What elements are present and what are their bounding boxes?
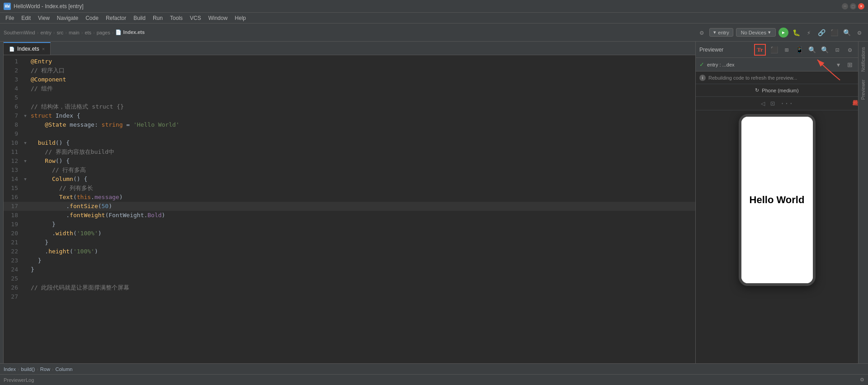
breadcrumb-main[interactable]: main bbox=[69, 30, 80, 35]
status-build[interactable]: build() bbox=[21, 366, 35, 372]
menu-help[interactable]: Help bbox=[231, 14, 250, 22]
table-row: 2 // 程序入口 bbox=[4, 66, 695, 75]
window-controls: − □ × bbox=[842, 3, 864, 10]
table-row: 14 ▼ Column() { bbox=[4, 175, 695, 184]
bottom-bar: Index › build() › Row › Column bbox=[0, 363, 868, 374]
attach-icon[interactable]: 🔗 bbox=[816, 28, 826, 38]
fit-icon[interactable]: ⊡ bbox=[833, 45, 842, 54]
table-row: 6 // 结构体，语法格式 struct {} bbox=[4, 102, 695, 111]
zoom-in-icon[interactable]: 🔍 bbox=[807, 45, 816, 54]
table-row: 13 // 行有多高 bbox=[4, 166, 695, 175]
run-button[interactable]: ▶ bbox=[778, 28, 788, 38]
file-icon: 📄 bbox=[9, 47, 14, 52]
previewer-title: Previewer bbox=[699, 47, 750, 53]
breadcrumb-file[interactable]: 📄 Index.ets bbox=[115, 29, 145, 35]
toolbar: SouthernWind › entry › src › main › ets … bbox=[0, 24, 868, 42]
table-row: 15 // 列有多长 bbox=[4, 184, 695, 193]
prev-settings-icon[interactable]: ⚙ bbox=[845, 45, 854, 54]
search-icon[interactable]: 🔍 bbox=[842, 28, 852, 38]
more-options-icon[interactable]: ··· bbox=[780, 99, 793, 108]
table-row: 5 bbox=[4, 93, 695, 102]
close-button[interactable]: × bbox=[858, 3, 864, 10]
code-body: 1 @Entry 2 // 程序入口 3 @Component bbox=[4, 55, 695, 363]
menu-vcs[interactable]: VCS bbox=[186, 14, 205, 22]
menu-run[interactable]: Run bbox=[149, 14, 166, 22]
breadcrumb-pages[interactable]: pages bbox=[97, 30, 110, 35]
previewer-log-bar: PreviewerLog ⚙ bbox=[0, 374, 868, 385]
check-icon: ✓ bbox=[699, 61, 704, 68]
code-editor[interactable]: 1 @Entry 2 // 程序入口 3 @Component bbox=[4, 55, 695, 363]
status-column[interactable]: Column bbox=[56, 366, 73, 372]
table-row: 26 // 此段代码就是让界面撑满整个屏幕 bbox=[4, 283, 695, 292]
menu-navigate[interactable]: Navigate bbox=[53, 14, 82, 22]
tab-index-ets[interactable]: 📄 Index.ets × bbox=[4, 42, 51, 55]
table-row: 7 ▼ struct Index { bbox=[4, 111, 695, 120]
translate-button[interactable]: Tr bbox=[754, 44, 766, 56]
gear-icon[interactable]: ⚙ bbox=[854, 28, 864, 38]
profile-icon[interactable]: ⚡ bbox=[804, 28, 814, 38]
tab-close-button[interactable]: × bbox=[42, 46, 45, 52]
dual-screen-icon[interactable]: ⊡ bbox=[770, 99, 775, 108]
previewer-log-label[interactable]: PreviewerLog bbox=[4, 377, 34, 383]
menu-bar: File Edit View Navigate Code Refactor Bu… bbox=[0, 13, 868, 24]
breadcrumb-southernwind[interactable]: SouthernWind bbox=[4, 30, 35, 35]
previewer-header: Previewer Tr ⬛ ⊞ 📱 🔍 🔍 ⊡ ⚙ bbox=[696, 42, 858, 58]
phone-icon[interactable]: 📱 bbox=[795, 45, 804, 54]
table-row: 25 bbox=[4, 274, 695, 283]
previewer-controls: ◁ ⊡ ··· bbox=[696, 97, 858, 110]
entry-layout-icon[interactable]: ⊞ bbox=[845, 60, 854, 69]
table-row: 11 // 界面内容放在build中 bbox=[4, 147, 695, 157]
table-row: 24 } bbox=[4, 265, 695, 274]
entry-selector[interactable]: ▾ entry bbox=[709, 28, 733, 37]
table-row: 4 // 组件 bbox=[4, 84, 695, 93]
breadcrumb-src[interactable]: src bbox=[57, 30, 64, 35]
zoom-out-icon[interactable]: 🔍 bbox=[820, 45, 829, 54]
title-bar-left: HW HelloWorld - Index.ets [entry] bbox=[4, 3, 84, 10]
sidebar-right-previewer[interactable]: Previewer bbox=[860, 76, 867, 103]
sidebar-right-notifications[interactable]: Notifications bbox=[860, 43, 867, 75]
previewer-entry-bar: ✓ entry : ...dex ▾ ⊞ bbox=[696, 58, 858, 71]
menu-file[interactable]: File bbox=[2, 14, 18, 22]
rebuild-message: Rebuilding code to refresh the preview..… bbox=[708, 75, 797, 81]
menu-view[interactable]: View bbox=[34, 14, 53, 22]
settings-icon[interactable]: ⚙ bbox=[697, 28, 707, 38]
status-breadcrumb: Index › build() › Row › Column bbox=[4, 366, 72, 372]
debug-icon[interactable]: 🐛 bbox=[791, 28, 801, 38]
tab-label: Index.ets bbox=[17, 46, 39, 52]
table-row: 19 } bbox=[4, 220, 695, 229]
phone-name[interactable]: Phone (medium) bbox=[762, 88, 798, 93]
table-row: 9 bbox=[4, 129, 695, 138]
tabs-bar: 📄 Index.ets × bbox=[4, 42, 695, 55]
device-selector[interactable]: No Devices ▾ bbox=[736, 28, 776, 37]
sync-icon: ↻ bbox=[755, 87, 759, 93]
inspector-icon[interactable]: ⬛ bbox=[769, 45, 778, 54]
table-row: 23 } bbox=[4, 256, 695, 265]
stop-icon[interactable]: ⬛ bbox=[829, 28, 839, 38]
phone-selector: ↻ Phone (medium) bbox=[696, 84, 858, 97]
table-row: 18 .fontWeight(FontWeight.Bold) bbox=[4, 211, 695, 220]
table-row: 16 Text(this.message) bbox=[4, 193, 695, 202]
phone-frame: Hello World bbox=[739, 114, 816, 286]
entry-label: entry : ...dex bbox=[707, 62, 735, 67]
menu-tools[interactable]: Tools bbox=[166, 14, 186, 22]
status-index[interactable]: Index bbox=[4, 366, 16, 372]
menu-build[interactable]: Build bbox=[130, 14, 149, 22]
entry-settings-icon[interactable]: ▾ bbox=[834, 60, 843, 69]
menu-code[interactable]: Code bbox=[82, 14, 102, 22]
rebuild-bar: i Rebuilding code to refresh the preview… bbox=[696, 71, 858, 84]
maximize-button[interactable]: □ bbox=[850, 3, 856, 10]
main-layout: 📄 Index.ets × 1 @Entry 2 bbox=[0, 42, 868, 363]
rotate-left-icon[interactable]: ◁ bbox=[760, 99, 765, 108]
log-settings-icon[interactable]: ⚙ bbox=[860, 377, 864, 383]
menu-refactor[interactable]: Refactor bbox=[102, 14, 130, 22]
menu-window[interactable]: Window bbox=[205, 14, 231, 22]
table-row: 10 ▼ build() { bbox=[4, 138, 695, 147]
app-icon: HW bbox=[4, 3, 11, 10]
table-row: 12 ▼ Row() { bbox=[4, 157, 695, 166]
breadcrumb-entry[interactable]: entry bbox=[40, 30, 51, 35]
minimize-button[interactable]: − bbox=[842, 3, 848, 10]
status-row[interactable]: Row bbox=[40, 366, 50, 372]
breadcrumb-ets[interactable]: ets bbox=[85, 30, 91, 35]
layout-icon[interactable]: ⊞ bbox=[782, 45, 791, 54]
menu-edit[interactable]: Edit bbox=[18, 14, 34, 22]
